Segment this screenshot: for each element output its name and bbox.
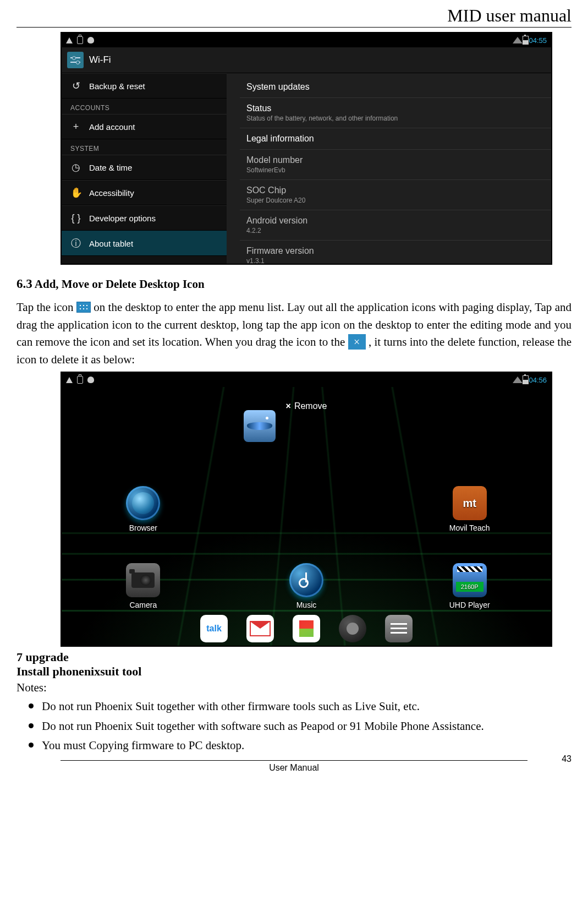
notes-list: Do not run Phoenix Suit together with ot… xyxy=(17,698,571,755)
section-7-subheading: Install phonenixsuit tool xyxy=(17,664,571,679)
warning-icon xyxy=(66,377,73,383)
remove-drop-target[interactable]: ×Remove xyxy=(62,401,551,411)
play-icon xyxy=(299,620,314,637)
status-clock-2: 04:56 xyxy=(529,376,547,384)
apps-grid-icon xyxy=(76,302,91,313)
app-music[interactable]: Music xyxy=(262,563,350,609)
page-footer: User Manual xyxy=(17,763,571,773)
header-rule xyxy=(17,27,571,28)
pane-item-firmware: Firmware versionv1.3.1 xyxy=(240,241,551,270)
page-header: MID user manual xyxy=(17,6,571,26)
sidebar-group-accounts: ACCOUNTS xyxy=(62,99,227,114)
braces-icon: { } xyxy=(70,212,81,224)
hand-icon: ✋ xyxy=(70,187,81,199)
dock-settings[interactable] xyxy=(339,615,366,642)
battery-icon xyxy=(523,36,529,45)
notes-label: Notes: xyxy=(17,681,571,695)
mt-icon: mt xyxy=(453,486,487,520)
status-bar-2: 04:56 xyxy=(62,373,551,387)
adb-icon xyxy=(87,37,94,43)
app-camera[interactable]: Camera xyxy=(99,563,187,609)
pane-item-model: Model numberSoftwinerEvb xyxy=(240,150,551,180)
sidebar-label: Accessibility xyxy=(89,188,134,198)
plus-icon: + xyxy=(70,121,81,133)
section-6-3-heading: 6.3 Add, Move or Delete Desktop Icon xyxy=(17,277,571,291)
page-number: 43 xyxy=(562,754,571,764)
adb-icon xyxy=(87,377,94,383)
sidebar-group-system: SYSTEM xyxy=(62,139,227,155)
sidebar-item-backup-reset[interactable]: ↺ Backup & reset xyxy=(62,73,227,99)
sidebar-item-date-time[interactable]: ◷ Date & time xyxy=(62,155,227,180)
sidebar-label: Date & time xyxy=(89,163,132,172)
section-6-3-paragraph: Tap the icon on the desktop to enter the… xyxy=(17,299,571,368)
clock-icon: ◷ xyxy=(70,161,81,173)
gmail-icon xyxy=(250,621,271,636)
sidebar-item-accessibility[interactable]: ✋ Accessibility xyxy=(62,180,227,205)
info-icon: ⓘ xyxy=(70,237,81,250)
note-item: Do not run Phoenix Suit together with ot… xyxy=(42,698,571,716)
pane-item-status[interactable]: StatusStatus of the battery, network, an… xyxy=(240,98,551,128)
status-clock: 04:55 xyxy=(529,36,547,45)
pane-item-system-updates[interactable]: System updates xyxy=(240,77,551,98)
settings-title: Wi-Fi xyxy=(89,54,111,66)
sidebar-item-about-tablet[interactable]: ⓘ About tablet xyxy=(62,231,227,256)
dock-gmail[interactable] xyxy=(246,615,274,642)
sidebar-label: Add account xyxy=(89,122,135,132)
sidebar-item-developer-options[interactable]: { } Developer options xyxy=(62,205,227,231)
pane-item-soc: SOC ChipSuper Doulcore A20 xyxy=(240,180,551,210)
remove-x-icon: × xyxy=(348,334,366,350)
uhd-icon: 2160P xyxy=(453,563,487,597)
dock: talk xyxy=(62,615,551,642)
battery-icon xyxy=(523,375,529,384)
dock-talk[interactable]: talk xyxy=(200,615,228,642)
warning-icon xyxy=(66,37,73,43)
app-movil-teach[interactable]: mtMovil Teach xyxy=(426,486,514,532)
pane-item-android-version: Android version4.2.2 xyxy=(240,210,551,241)
dock-preferences[interactable] xyxy=(385,615,413,642)
sliders-icon xyxy=(391,623,407,634)
app-browser[interactable]: Browser xyxy=(99,486,187,532)
screenshot-desktop-remove: 04:56 ×Remove Browser mtMovil Teach Came… xyxy=(61,372,552,647)
section-7-heading: 7 upgrade xyxy=(17,650,571,664)
app-uhd-player[interactable]: 2160PUHD Player xyxy=(426,563,514,609)
screenshot-settings: 04:55 Wi-Fi ↺ Backup & reset ACCOUNTS + … xyxy=(61,32,552,265)
pane-item-legal[interactable]: Legal information xyxy=(240,128,551,150)
sidebar-label: Backup & reset xyxy=(89,81,145,91)
sidebar-item-add-account[interactable]: + Add account xyxy=(62,114,227,139)
note-item: You must Copying firmware to PC desktop. xyxy=(42,737,571,755)
settings-sidebar: ↺ Backup & reset ACCOUNTS + Add account … xyxy=(62,73,227,264)
settings-icon[interactable] xyxy=(67,52,84,68)
wifi-signal-icon xyxy=(513,377,523,383)
sidebar-label: Developer options xyxy=(89,214,156,223)
note-item: Do not run Phoenix Suit together with so… xyxy=(42,718,571,735)
usb-icon xyxy=(77,376,83,384)
globe-icon xyxy=(132,492,154,514)
camera-icon xyxy=(126,563,160,597)
settings-titlebar: Wi-Fi xyxy=(62,47,551,73)
app-slot-empty xyxy=(262,486,350,532)
backup-icon: ↺ xyxy=(70,80,81,92)
dock-play-store[interactable] xyxy=(293,615,320,642)
dragging-app-icon[interactable] xyxy=(227,410,293,442)
sidebar-label: About tablet xyxy=(89,239,133,248)
settings-detail-pane: System updates StatusStatus of the batte… xyxy=(227,73,551,264)
footer-rule xyxy=(61,760,527,761)
status-bar: 04:55 xyxy=(62,33,551,47)
music-icon xyxy=(289,563,323,597)
usb-icon xyxy=(77,36,83,44)
wifi-signal-icon xyxy=(513,37,523,43)
